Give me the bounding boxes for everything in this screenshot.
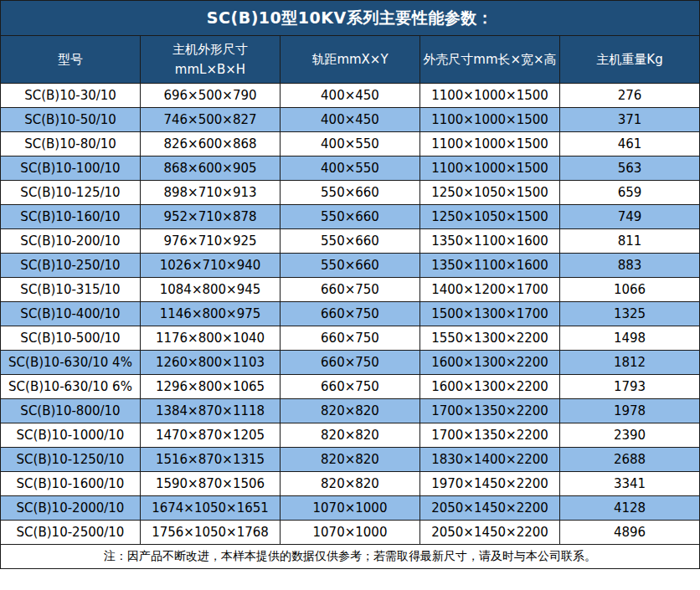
- cell: SC(B)10-800/10: [1, 399, 141, 423]
- cell: SC(B)10-2500/10: [1, 521, 141, 545]
- footnote-row: 注：因产品不断改进，本样本提供的数据仅供参考；若需取得最新尺寸，请及时与本公司联…: [1, 545, 700, 569]
- cell: 660×750: [281, 278, 420, 302]
- cell: SC(B)10-50/10: [1, 108, 141, 132]
- column-header: 型号: [1, 36, 141, 84]
- cell: 1600×1300×2200: [420, 375, 560, 399]
- table-row: SC(B)10-80/10826×600×868400×5501100×1000…: [1, 132, 700, 156]
- cell: 696×500×790: [141, 84, 281, 108]
- cell: SC(B)10-400/10: [1, 302, 141, 326]
- table-row: SC(B)10-630/10 4%1260×800×1103660×750160…: [1, 351, 700, 375]
- cell: 660×750: [281, 375, 420, 399]
- cell: 1250×1050×1500: [420, 181, 560, 205]
- cell: 2688: [560, 448, 700, 472]
- cell: 660×750: [281, 351, 420, 375]
- table-row: SC(B)10-30/10696×500×790400×4501100×1000…: [1, 84, 700, 108]
- cell: 400×550: [281, 132, 420, 156]
- cell: 371: [560, 108, 700, 132]
- cell: 746×500×827: [141, 108, 281, 132]
- cell: 461: [560, 132, 700, 156]
- cell: 1084×800×945: [141, 278, 281, 302]
- table-row: SC(B)10-200/10976×710×925550×6601350×110…: [1, 229, 700, 254]
- cell: 898×710×913: [141, 181, 281, 205]
- cell: SC(B)10-160/10: [1, 205, 141, 229]
- cell: SC(B)10-500/10: [1, 326, 141, 351]
- cell: 660×750: [281, 302, 420, 326]
- page-title: SC(B)10型10KV系列主要性能参数：: [1, 1, 700, 36]
- table-row: SC(B)10-630/10 6%1296×800×1065660×750160…: [1, 375, 700, 399]
- cell: 4128: [560, 496, 700, 521]
- cell: 820×820: [281, 448, 420, 472]
- cell: 1176×800×1040: [141, 326, 281, 351]
- cell: SC(B)10-630/10 6%: [1, 375, 141, 399]
- cell: 659: [560, 181, 700, 205]
- title-row: SC(B)10型10KV系列主要性能参数：: [1, 1, 700, 36]
- cell: 660×750: [281, 326, 420, 351]
- cell: 1070×1000: [281, 496, 420, 521]
- cell: 1674×1050×1651: [141, 496, 281, 521]
- cell: 820×820: [281, 399, 420, 423]
- column-header: 外壳尺寸mm长×宽×高: [420, 36, 560, 84]
- table-row: SC(B)10-2500/101756×1050×17681070×100020…: [1, 521, 700, 545]
- cell: 1498: [560, 326, 700, 351]
- cell: 2050×1450×2200: [420, 496, 560, 521]
- cell: 1070×1000: [281, 521, 420, 545]
- cell: 1350×1100×1600: [420, 229, 560, 254]
- cell: 1793: [560, 375, 700, 399]
- cell: 1325: [560, 302, 700, 326]
- table-row: SC(B)10-1000/101470×870×1205820×8201700×…: [1, 423, 700, 448]
- table-row: SC(B)10-250/101026×710×940550×6601350×11…: [1, 254, 700, 278]
- cell: 1970×1450×2200: [420, 472, 560, 496]
- cell: SC(B)10-630/10 4%: [1, 351, 141, 375]
- table-row: SC(B)10-500/101176×800×1040660×7501550×1…: [1, 326, 700, 351]
- column-header: 主机重量Kg: [560, 36, 700, 84]
- cell: 1516×870×1315: [141, 448, 281, 472]
- cell: 1812: [560, 351, 700, 375]
- cell: 1756×1050×1768: [141, 521, 281, 545]
- table-row: SC(B)10-100/10868×600×905400×5501100×100…: [1, 156, 700, 181]
- cell: SC(B)10-1250/10: [1, 448, 141, 472]
- cell: SC(B)10-2000/10: [1, 496, 141, 521]
- header-row: 型号主机外形尺寸 mmL×B×H轨距mmX×Y外壳尺寸mm长×宽×高主机重量Kg: [1, 36, 700, 84]
- cell: 1590×870×1506: [141, 472, 281, 496]
- cell: 1600×1300×2200: [420, 351, 560, 375]
- cell: 1550×1300×2200: [420, 326, 560, 351]
- cell: 820×820: [281, 472, 420, 496]
- cell: 1146×800×975: [141, 302, 281, 326]
- table-row: SC(B)10-400/101146×800×975660×7501500×13…: [1, 302, 700, 326]
- cell: 976×710×925: [141, 229, 281, 254]
- spec-sheet: SC(B)10型10KV系列主要性能参数： 型号主机外形尺寸 mmL×B×H轨距…: [0, 0, 700, 569]
- cell: SC(B)10-30/10: [1, 84, 141, 108]
- cell: 1700×1350×2200: [420, 423, 560, 448]
- cell: 1470×870×1205: [141, 423, 281, 448]
- cell: 550×660: [281, 205, 420, 229]
- cell: SC(B)10-100/10: [1, 156, 141, 181]
- cell: 3341: [560, 472, 700, 496]
- cell: SC(B)10-1000/10: [1, 423, 141, 448]
- column-header: 轨距mmX×Y: [281, 36, 420, 84]
- cell: 883: [560, 254, 700, 278]
- cell: 1350×1100×1600: [420, 254, 560, 278]
- table-row: SC(B)10-160/10952×710×878550×6601250×105…: [1, 205, 700, 229]
- cell: 1250×1050×1500: [420, 205, 560, 229]
- cell: 1830×1400×2200: [420, 448, 560, 472]
- table-row: SC(B)10-315/101084×800×945660×7501400×12…: [1, 278, 700, 302]
- footnote: 注：因产品不断改进，本样本提供的数据仅供参考；若需取得最新尺寸，请及时与本公司联…: [1, 545, 700, 569]
- table-body: SC(B)10-30/10696×500×790400×4501100×1000…: [1, 84, 700, 545]
- table-row: SC(B)10-1250/101516×870×1315820×8201830×…: [1, 448, 700, 472]
- table-row: SC(B)10-1600/101590×870×1506820×8201970×…: [1, 472, 700, 496]
- cell: 2050×1450×2200: [420, 521, 560, 545]
- spec-table: SC(B)10型10KV系列主要性能参数： 型号主机外形尺寸 mmL×B×H轨距…: [0, 0, 700, 569]
- cell: 400×450: [281, 108, 420, 132]
- cell: 1500×1300×1700: [420, 302, 560, 326]
- cell: SC(B)10-1600/10: [1, 472, 141, 496]
- cell: 1296×800×1065: [141, 375, 281, 399]
- cell: SC(B)10-80/10: [1, 132, 141, 156]
- cell: SC(B)10-125/10: [1, 181, 141, 205]
- cell: 1700×1350×2200: [420, 399, 560, 423]
- cell: SC(B)10-315/10: [1, 278, 141, 302]
- column-header: 主机外形尺寸 mmL×B×H: [141, 36, 281, 84]
- cell: SC(B)10-200/10: [1, 229, 141, 254]
- cell: 1400×1200×1700: [420, 278, 560, 302]
- cell: 1066: [560, 278, 700, 302]
- cell: 811: [560, 229, 700, 254]
